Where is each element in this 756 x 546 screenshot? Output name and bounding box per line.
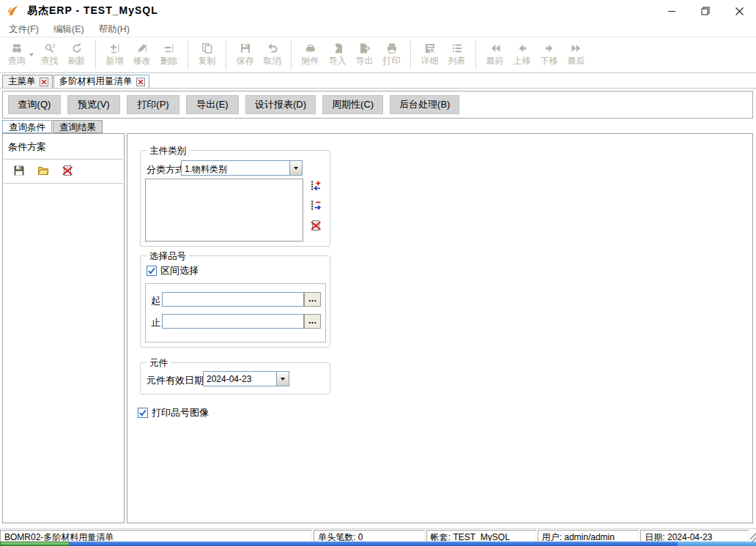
find-icon xyxy=(43,42,56,54)
tab-query-result[interactable]: 查询结果 xyxy=(53,120,103,133)
toolbar-button-label: 最前 xyxy=(486,55,504,67)
range-select-checkbox[interactable] xyxy=(147,266,157,276)
document-tab-bar: 主菜单多阶材料用量清单 xyxy=(0,75,756,89)
chevron-down-icon xyxy=(294,167,298,172)
status-bar: BOMR02-多阶材料用量清单单头笔数: 0帐套: TEST_MySQL用户: … xyxy=(0,528,756,542)
clear-selected-icon xyxy=(310,220,322,231)
toolbar-button-label: 取消 xyxy=(264,55,281,67)
document-tab-0[interactable]: 主菜单 xyxy=(2,75,53,88)
clear-selected-button[interactable] xyxy=(310,220,323,233)
toolbar-button-label: 导入 xyxy=(329,55,346,67)
range-to-browse-button[interactable]: … xyxy=(304,314,321,329)
remove-icon xyxy=(163,42,176,54)
toolbar-print-button[interactable]: 打印 xyxy=(378,42,405,67)
status-segment-2: 帐套: TEST_MySQL xyxy=(426,530,536,542)
toolbar-separator xyxy=(291,40,292,70)
range-select-label: 区间选择 xyxy=(160,264,199,277)
last-icon xyxy=(570,42,583,54)
toolbar-find-button[interactable]: 查找 xyxy=(36,42,63,67)
toolbar-query-button[interactable]: 查询 xyxy=(3,42,30,67)
export-icon xyxy=(358,42,371,54)
toolbar-button-label: 打印 xyxy=(383,55,401,67)
delete-scheme-button[interactable] xyxy=(62,165,75,178)
toolbar-detail-button[interactable]: 详细 xyxy=(416,42,443,67)
toolbar-last-button[interactable]: 最后 xyxy=(563,42,590,67)
toolbar-undo-button[interactable]: 取消 xyxy=(259,42,286,67)
print-button[interactable]: 打印(P) xyxy=(127,95,179,114)
toolbar-add-button[interactable]: 新增 xyxy=(101,42,128,67)
toolbar-button-label: 查找 xyxy=(41,55,59,67)
import-icon xyxy=(331,42,344,54)
copy-icon xyxy=(201,42,214,54)
range-from-browse-button[interactable]: … xyxy=(304,292,321,307)
first-icon xyxy=(489,42,502,54)
toolbar-refresh-button[interactable]: 刷新 xyxy=(63,42,90,67)
condition-scheme-panel: 条件方案 xyxy=(2,133,125,523)
background-process-button[interactable]: 后台处理(B) xyxy=(390,95,459,114)
toolbar-list-button[interactable]: 列表 xyxy=(443,42,470,67)
save-icon xyxy=(239,42,252,54)
toolbar-save-button[interactable]: 保存 xyxy=(231,42,259,67)
menu-bar: 文件(F)编辑(E)帮助(H) xyxy=(4,22,140,37)
query-button[interactable]: 查询(Q) xyxy=(8,95,61,114)
print-image-checkbox-row: 打印品号图像 xyxy=(138,406,209,419)
toolbar-remove-button[interactable]: 删除 xyxy=(155,42,182,67)
chevron-down-icon xyxy=(281,378,285,383)
minimize-button[interactable] xyxy=(655,0,689,22)
toolbar-copy-button[interactable]: 复制 xyxy=(193,42,220,67)
range-to-input[interactable] xyxy=(162,314,304,329)
classify-method-dropdown-button[interactable] xyxy=(289,161,302,175)
toolbar-down-button[interactable]: 下移 xyxy=(536,42,563,67)
toolbar-up-button[interactable]: 上移 xyxy=(508,42,536,67)
condition-scheme-title: 条件方案 xyxy=(3,134,124,159)
add-selected-button[interactable] xyxy=(310,180,323,193)
component-date-combobox[interactable]: 2024-04-23 xyxy=(203,371,289,386)
periodic-button[interactable]: 周期性(C) xyxy=(322,95,383,114)
design-report-button[interactable]: 设计报表(D) xyxy=(245,95,316,114)
preview-button[interactable]: 预览(V) xyxy=(67,95,120,114)
range-from-input[interactable] xyxy=(162,292,304,307)
part-select-group: 选择品号 区间选择 起 … 止 … xyxy=(140,255,330,348)
print-image-checkbox[interactable] xyxy=(138,408,148,418)
toolbar-edit-button[interactable]: 修改 xyxy=(128,42,155,67)
tab-close-icon[interactable] xyxy=(136,78,145,86)
delete-scheme-icon xyxy=(62,165,73,176)
file-menu[interactable]: 文件(F) xyxy=(4,22,43,37)
tab-query-condition[interactable]: 查询条件 xyxy=(2,120,52,133)
remove-selected-icon xyxy=(310,200,322,212)
close-button[interactable] xyxy=(722,0,756,22)
toolbar-button-label: 复制 xyxy=(199,55,216,67)
restore-button[interactable] xyxy=(689,0,722,22)
tab-close-icon[interactable] xyxy=(40,78,48,86)
add-icon xyxy=(108,42,122,54)
toolbar-first-button[interactable]: 最前 xyxy=(481,42,508,67)
document-tab-1[interactable]: 多阶材料用量清单 xyxy=(53,75,149,88)
open-scheme-button[interactable] xyxy=(37,165,51,178)
remove-selected-button[interactable] xyxy=(310,200,323,213)
query-icon xyxy=(10,42,23,54)
toolbar-button-label: 附件 xyxy=(302,55,319,67)
range-input-panel: 起 … 止 … xyxy=(145,283,326,343)
status-segment-3: 用户: admin/admin xyxy=(538,530,640,542)
query-dropdown-caret-icon[interactable] xyxy=(29,53,34,59)
save-scheme-button[interactable] xyxy=(13,165,26,178)
edit-menu[interactable]: 编辑(E) xyxy=(49,22,89,37)
window-title: 易杰ERP - TEST_MySQL xyxy=(27,4,158,18)
toolbar-button-label: 下移 xyxy=(541,55,558,67)
export-button[interactable]: 导出(E) xyxy=(186,95,239,114)
toolbar-attachment-button[interactable]: 附件 xyxy=(297,42,324,67)
resize-grip[interactable] xyxy=(750,530,756,542)
divider xyxy=(4,183,123,184)
category-listbox[interactable] xyxy=(145,179,303,242)
toolbar-button-label: 列表 xyxy=(448,55,466,67)
taskbar-tray-segment xyxy=(678,542,756,546)
component-date-dropdown-button[interactable] xyxy=(276,372,289,386)
toolbar-import-button[interactable]: 导入 xyxy=(324,42,351,67)
main-category-legend: 主件类别 xyxy=(147,145,189,157)
save-scheme-icon xyxy=(13,165,25,176)
action-button-panel: 查询(Q)预览(V)打印(P)导出(E)设计报表(D)周期性(C)后台处理(B) xyxy=(2,91,753,119)
classify-method-combobox[interactable]: 1.物料类别 xyxy=(181,160,303,176)
help-menu[interactable]: 帮助(H) xyxy=(94,22,134,37)
toolbar-export-button[interactable]: 导出 xyxy=(351,42,378,67)
close-icon xyxy=(735,7,744,15)
